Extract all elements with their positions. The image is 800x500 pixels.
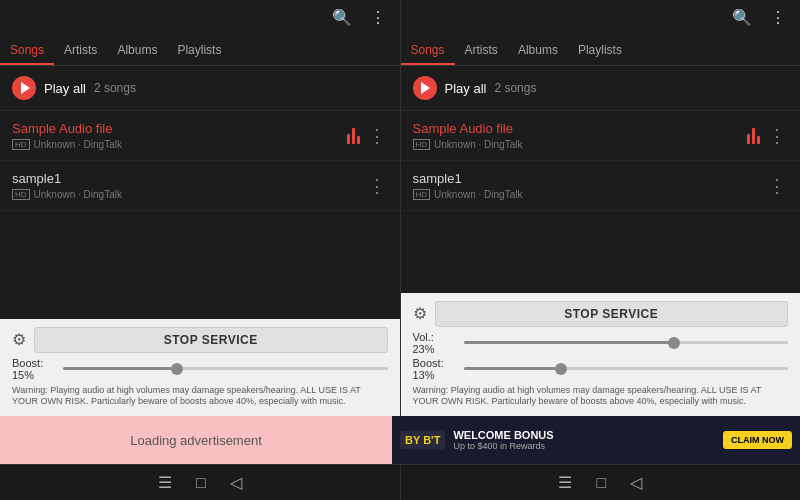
- ad-bar: Loading advertisement BY B'T WELCOME BON…: [0, 416, 800, 464]
- left-tab-songs[interactable]: Songs: [0, 35, 54, 65]
- right-tab-playlists[interactable]: Playlists: [568, 35, 632, 65]
- right-nav-home-icon[interactable]: □: [596, 474, 606, 492]
- left-song-item-1[interactable]: Sample Audio file HD Unknown · DingTalk …: [0, 111, 400, 161]
- right-stop-button[interactable]: STOP SERVICE: [435, 301, 789, 327]
- left-song-title-1: Sample Audio file: [12, 121, 347, 136]
- left-equalizer-icon-1: [347, 128, 360, 144]
- left-song-info-1: Sample Audio file HD Unknown · DingTalk: [12, 121, 347, 150]
- right-song-item-2[interactable]: sample1 HD Unknown · DingTalk ⋮: [401, 161, 801, 211]
- left-song-right-2: ⋮: [366, 175, 388, 197]
- left-song-source-1: Unknown · DingTalk: [34, 139, 122, 150]
- ad-claim-button[interactable]: CLAIM NOW: [723, 431, 792, 449]
- left-song-meta-2: HD Unknown · DingTalk: [12, 189, 366, 200]
- ad-sub-text: Up to $400 in Rewards: [453, 441, 715, 451]
- right-song-source-2: Unknown · DingTalk: [434, 189, 522, 200]
- left-tab-artists[interactable]: Artists: [54, 35, 107, 65]
- left-hd-badge-1: HD: [12, 139, 30, 150]
- right-stop-service-row: ⚙ STOP SERVICE: [413, 301, 789, 327]
- left-play-all-label: Play all: [44, 81, 86, 96]
- right-top-bar: 🔍 ⋮: [401, 0, 801, 35]
- right-song-right-2: ⋮: [766, 175, 788, 197]
- left-song-meta-1: HD Unknown · DingTalk: [12, 139, 347, 150]
- left-tab-playlists[interactable]: Playlists: [167, 35, 231, 65]
- left-hd-badge-2: HD: [12, 189, 30, 200]
- right-song-meta-2: HD Unknown · DingTalk: [413, 189, 767, 200]
- left-boost-row: Boost:15%: [12, 357, 388, 381]
- left-stop-button[interactable]: STOP SERVICE: [34, 327, 388, 353]
- left-warning-text: Warning: Playing audio at high volumes m…: [12, 385, 388, 408]
- right-play-all-icon: [421, 82, 430, 94]
- right-nav-back-icon[interactable]: ◁: [630, 473, 642, 492]
- ad-left: Loading advertisement: [0, 416, 392, 464]
- left-gear-icon[interactable]: ⚙: [12, 330, 26, 349]
- right-vol-label: Vol.:23%: [413, 331, 458, 355]
- right-song-list: Play all 2 songs Sample Audio file HD Un…: [401, 66, 801, 293]
- left-boost-label: Boost:15%: [12, 357, 57, 381]
- left-nav-back-icon[interactable]: ◁: [230, 473, 242, 492]
- ad-welcome-text: WELCOME BONUS: [453, 429, 715, 441]
- right-hd-badge-2: HD: [413, 189, 431, 200]
- right-boost-label: Boost:13%: [413, 357, 458, 381]
- right-song-item-1[interactable]: Sample Audio file HD Unknown · DingTalk …: [401, 111, 801, 161]
- right-more-icon[interactable]: ⋮: [766, 6, 790, 29]
- right-song-meta-1: HD Unknown · DingTalk: [413, 139, 748, 150]
- right-panel: 🔍 ⋮ Songs Artists Albums Playlists Play …: [401, 0, 801, 416]
- left-song-title-2: sample1: [12, 171, 366, 186]
- left-song-info-2: sample1 HD Unknown · DingTalk: [12, 171, 366, 200]
- right-boost-track[interactable]: [464, 367, 789, 370]
- left-tab-albums[interactable]: Albums: [107, 35, 167, 65]
- left-boost-track[interactable]: [63, 367, 388, 370]
- left-search-icon[interactable]: 🔍: [328, 6, 356, 29]
- left-nav-section: ☰ □ ◁: [0, 464, 400, 500]
- right-search-icon[interactable]: 🔍: [728, 6, 756, 29]
- left-play-all-row: Play all 2 songs: [0, 66, 400, 111]
- left-song-list: Play all 2 songs Sample Audio file HD Un…: [0, 66, 400, 319]
- right-hd-badge-1: HD: [413, 139, 431, 150]
- bybt-logo: BY B'T: [400, 431, 445, 449]
- right-equalizer-icon-1: [747, 128, 760, 144]
- right-nav-menu-icon[interactable]: ☰: [558, 473, 572, 492]
- right-play-all-row: Play all 2 songs: [401, 66, 801, 111]
- right-song-more-1[interactable]: ⋮: [766, 125, 788, 147]
- left-play-all-button[interactable]: [12, 76, 36, 100]
- right-bottom-controls: ⚙ STOP SERVICE Vol.:23% Boost:13% Warnin…: [401, 293, 801, 416]
- left-panel: 🔍 ⋮ Songs Artists Albums Playlists Play …: [0, 0, 401, 416]
- left-nav-menu-icon[interactable]: ☰: [158, 473, 172, 492]
- right-vol-track[interactable]: [464, 341, 789, 344]
- right-boost-row: Boost:13%: [413, 357, 789, 381]
- left-song-source-2: Unknown · DingTalk: [34, 189, 122, 200]
- right-tabs: Songs Artists Albums Playlists: [401, 35, 801, 66]
- right-song-right-1: ⋮: [747, 125, 788, 147]
- right-play-all-button[interactable]: [413, 76, 437, 100]
- left-song-more-1[interactable]: ⋮: [366, 125, 388, 147]
- left-song-right-1: ⋮: [347, 125, 388, 147]
- right-song-title-2: sample1: [413, 171, 767, 186]
- left-more-icon[interactable]: ⋮: [366, 6, 390, 29]
- right-gear-icon[interactable]: ⚙: [413, 304, 427, 323]
- left-nav-home-icon[interactable]: □: [196, 474, 206, 492]
- nav-bar: ☰ □ ◁ ☰ □ ◁: [0, 464, 800, 500]
- left-top-bar: 🔍 ⋮: [0, 0, 400, 35]
- right-song-info-1: Sample Audio file HD Unknown · DingTalk: [413, 121, 748, 150]
- right-nav-section: ☰ □ ◁: [401, 464, 801, 500]
- left-tabs: Songs Artists Albums Playlists: [0, 35, 400, 66]
- right-tab-artists[interactable]: Artists: [455, 35, 508, 65]
- right-play-all-label: Play all: [445, 81, 487, 96]
- right-tab-albums[interactable]: Albums: [508, 35, 568, 65]
- right-song-more-2[interactable]: ⋮: [766, 175, 788, 197]
- right-tab-songs[interactable]: Songs: [401, 35, 455, 65]
- left-song-more-2[interactable]: ⋮: [366, 175, 388, 197]
- right-warning-text: Warning: Playing audio at high volumes m…: [413, 385, 789, 408]
- ad-right[interactable]: BY B'T WELCOME BONUS Up to $400 in Rewar…: [392, 416, 800, 464]
- right-song-title-1: Sample Audio file: [413, 121, 748, 136]
- left-bottom-controls: ⚙ STOP SERVICE Boost:15% Warning: Playin…: [0, 319, 400, 416]
- right-song-source-1: Unknown · DingTalk: [434, 139, 522, 150]
- right-play-all-count: 2 songs: [494, 81, 536, 95]
- right-vol-row: Vol.:23%: [413, 331, 789, 355]
- left-stop-service-row: ⚙ STOP SERVICE: [12, 327, 388, 353]
- left-song-item-2[interactable]: sample1 HD Unknown · DingTalk ⋮: [0, 161, 400, 211]
- left-play-all-count: 2 songs: [94, 81, 136, 95]
- left-play-all-icon: [21, 82, 30, 94]
- ad-right-text: WELCOME BONUS Up to $400 in Rewards: [453, 429, 715, 451]
- right-song-info-2: sample1 HD Unknown · DingTalk: [413, 171, 767, 200]
